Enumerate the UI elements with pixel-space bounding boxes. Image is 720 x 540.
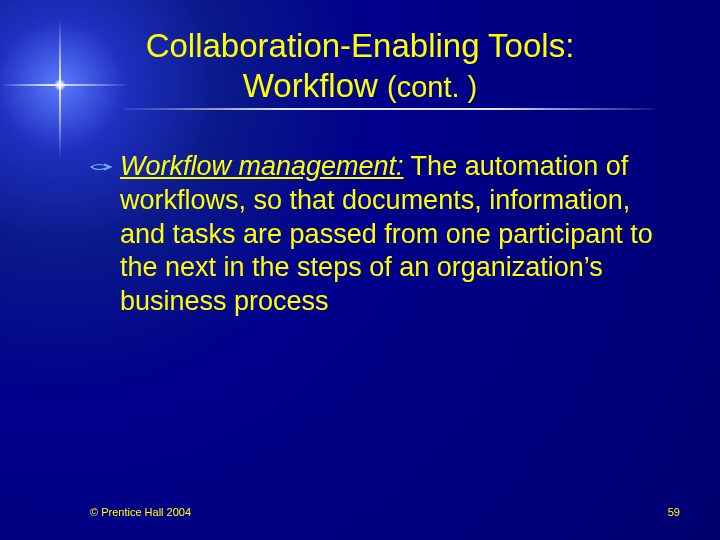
body-text: Workflow management: The automation of w… [120, 150, 660, 319]
bullet-arrow-icon [90, 160, 112, 174]
title-underline [125, 108, 655, 110]
title-line-2a: Workflow [243, 67, 387, 104]
footer-copyright: © Prentice Hall 2004 [90, 506, 191, 518]
footer-page-number: 59 [668, 506, 680, 518]
slide-title: Collaboration-Enabling Tools: Workflow (… [0, 26, 720, 105]
title-line-1: Collaboration-Enabling Tools: [146, 27, 575, 64]
slide: Collaboration-Enabling Tools: Workflow (… [0, 0, 720, 540]
definition-term: Workflow management: [120, 151, 404, 181]
title-line-2b: (cont. ) [387, 71, 477, 103]
